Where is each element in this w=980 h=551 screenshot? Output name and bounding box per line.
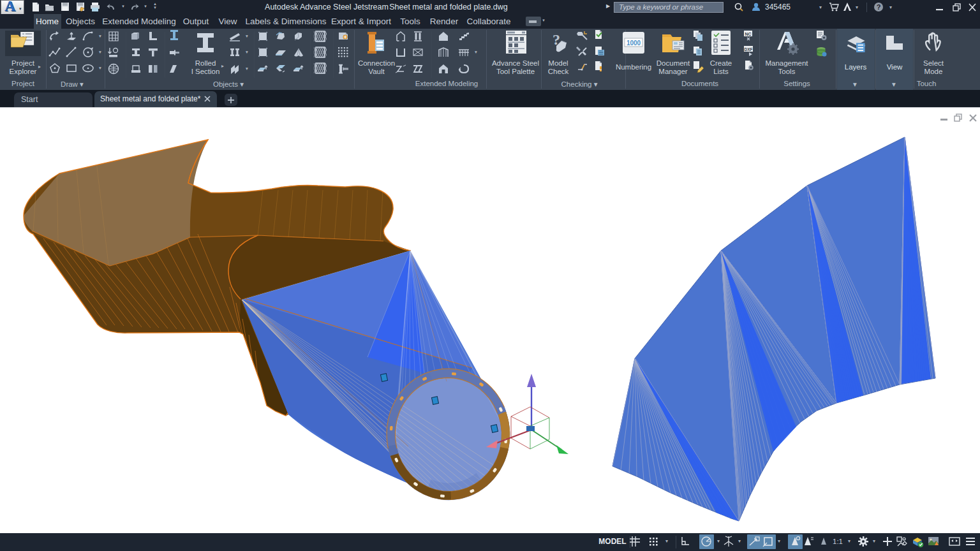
svg-text:?: ? xyxy=(877,3,881,11)
svg-text:1000: 1000 xyxy=(627,40,641,47)
svg-text:NC: NC xyxy=(745,32,751,36)
svg-text:DXF: DXF xyxy=(745,47,753,52)
